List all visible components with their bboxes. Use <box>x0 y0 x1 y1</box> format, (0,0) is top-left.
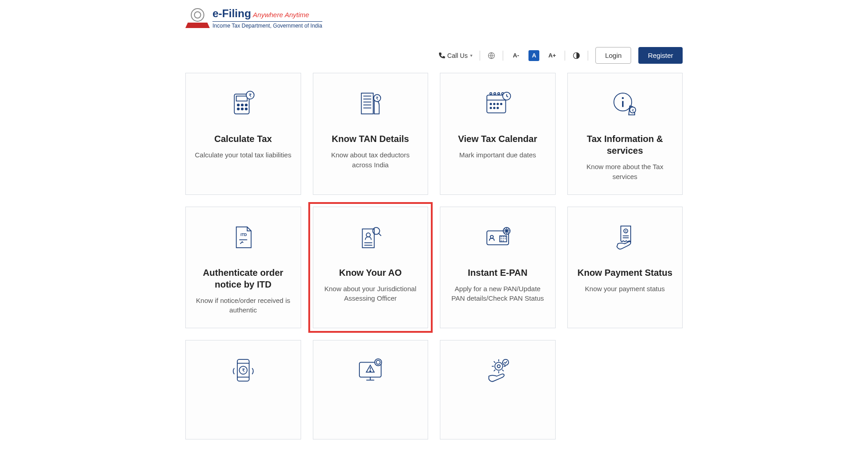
card-title: Know TAN Details <box>321 133 420 145</box>
contrast-toggle[interactable] <box>572 52 580 60</box>
card-title: Authenticate order notice by ITD <box>194 267 292 290</box>
card-description: Know your payment status <box>576 284 675 294</box>
service-card[interactable]: ITDAuthenticate order notice by ITDKnow … <box>185 207 301 329</box>
service-card[interactable]: Know Your AOKnow about your Jurisdiction… <box>313 207 429 329</box>
site-logo[interactable]: e-FilingAnywhere Anytime Income Tax Depa… <box>185 0 683 33</box>
svg-point-27 <box>493 104 495 105</box>
contrast-icon <box>572 52 580 60</box>
emblem-icon <box>185 8 210 28</box>
call-us-label: Call Us <box>447 52 467 59</box>
monitor-warning-icon <box>354 357 386 386</box>
service-card[interactable] <box>440 340 556 439</box>
svg-point-22 <box>490 93 491 94</box>
service-card[interactable]: ₹Tax Information & servicesKnow more abo… <box>567 73 683 195</box>
doc-person-search-icon <box>354 223 386 252</box>
svg-point-30 <box>490 107 491 109</box>
card-description: Know about your Jurisdictional Assessing… <box>321 284 420 304</box>
card-description: Know about tax deductors across India <box>321 150 420 170</box>
svg-text:₹: ₹ <box>249 93 252 98</box>
svg-text:ITD: ITD <box>241 232 247 236</box>
info-rupee-icon: ₹ <box>609 90 641 118</box>
building-rupee-icon: ₹ <box>354 90 386 118</box>
svg-point-63 <box>370 371 371 372</box>
card-description: Know more about the Tax services <box>576 162 675 182</box>
card-description: Mark important due dates <box>448 150 547 160</box>
card-description: Calculate your total tax liabilities <box>194 150 292 160</box>
svg-line-45 <box>379 233 381 236</box>
calculator-rupee-icon: ₹ <box>227 90 259 118</box>
service-card[interactable]: ₹Calculate TaxCalculate your total tax l… <box>185 73 301 195</box>
svg-point-26 <box>490 104 491 105</box>
calendar-clock-icon <box>482 90 514 118</box>
svg-point-29 <box>500 104 502 105</box>
card-title: View Tax Calendar <box>448 133 547 145</box>
logo-subtitle: Income Tax Department, Government of Ind… <box>212 21 322 29</box>
hand-gear-icon <box>482 357 514 386</box>
svg-point-7 <box>237 108 239 110</box>
utility-bar: Call Us ▾ A- A A+ Login Register <box>185 33 683 73</box>
service-card[interactable]: ₹ <box>185 340 301 439</box>
svg-point-9 <box>245 108 247 110</box>
services-grid: ₹Calculate TaxCalculate your total tax l… <box>185 73 683 439</box>
font-decrease-button[interactable]: A- <box>510 50 521 61</box>
svg-point-4 <box>237 104 239 106</box>
card-title: Know Payment Status <box>576 267 675 279</box>
svg-point-41 <box>367 233 371 237</box>
doc-itd-icon: ITD <box>227 223 259 252</box>
chevron-down-icon: ▾ <box>470 53 472 58</box>
svg-point-47 <box>490 235 493 238</box>
card-title: Tax Information & services <box>576 133 675 156</box>
logo-main-text: e-Filing <box>212 7 251 19</box>
card-title: Instant E-PAN <box>448 267 547 279</box>
svg-point-67 <box>497 365 500 368</box>
svg-point-28 <box>497 104 498 105</box>
card-description: Apply for a new PAN/Update PAN details/C… <box>448 284 547 304</box>
svg-point-44 <box>373 227 380 234</box>
svg-point-24 <box>498 93 500 94</box>
login-button[interactable]: Login <box>595 47 631 64</box>
logo-tagline: Anywhere Anytime <box>253 11 309 19</box>
svg-text:₹: ₹ <box>241 368 245 373</box>
pan-card-icon <box>482 223 514 252</box>
svg-point-31 <box>493 107 495 109</box>
svg-point-32 <box>497 107 498 109</box>
globe-icon <box>487 52 495 60</box>
register-button[interactable]: Register <box>638 47 683 64</box>
separator <box>480 51 480 61</box>
service-card[interactable]: ₹Know TAN DetailsKnow about tax deductor… <box>313 73 429 195</box>
service-card[interactable]: Instant E-PANApply for a new PAN/Update … <box>440 207 556 329</box>
phone-icon <box>438 52 445 59</box>
separator <box>565 51 565 61</box>
font-normal-button[interactable]: A <box>528 50 539 61</box>
phone-rupee-icon: ₹ <box>227 357 259 386</box>
separator <box>588 51 588 61</box>
separator <box>503 51 503 61</box>
card-title: Calculate Tax <box>194 133 292 145</box>
svg-point-6 <box>245 104 247 106</box>
service-card[interactable]: View Tax CalendarMark important due date… <box>440 73 556 195</box>
card-title: Know Your AO <box>321 267 420 279</box>
svg-point-64 <box>375 359 382 366</box>
language-selector[interactable] <box>487 52 495 60</box>
svg-text:₹: ₹ <box>376 96 379 101</box>
svg-point-5 <box>241 104 243 106</box>
card-description: Know if notice/order received is authent… <box>194 296 292 316</box>
service-card[interactable] <box>313 340 429 439</box>
svg-point-35 <box>622 97 624 99</box>
font-increase-button[interactable]: A+ <box>547 50 557 61</box>
svg-point-66 <box>495 363 503 371</box>
svg-point-8 <box>241 108 243 110</box>
svg-rect-3 <box>236 96 247 101</box>
call-us-dropdown[interactable]: Call Us ▾ <box>438 52 472 59</box>
svg-text:₹: ₹ <box>632 109 634 113</box>
service-card[interactable]: ₹Know Payment StatusKnow your payment st… <box>567 207 683 329</box>
receipt-hand-icon: ₹ <box>609 223 641 252</box>
svg-point-23 <box>494 93 495 94</box>
